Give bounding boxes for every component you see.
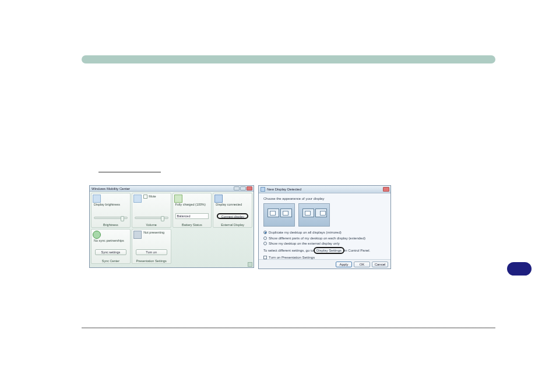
apply-button[interactable]: Apply: [336, 262, 352, 267]
sync-settings-button[interactable]: Sync settings: [95, 249, 126, 255]
preview-extended[interactable]: [298, 203, 330, 227]
tile-presentation-label: Not presenting: [143, 231, 164, 235]
display-settings-link[interactable]: Display Settings: [314, 247, 344, 254]
tile-battery: Fully charged (100%) Balanced Battery St…: [173, 193, 212, 228]
ndd-footer: Apply OK Cancel: [259, 259, 390, 269]
connect-display-button[interactable]: Connect display: [217, 213, 248, 219]
wmc-window-controls: [234, 186, 252, 190]
tile-brightness-foot: Brightness: [92, 223, 130, 227]
ndd-body: Choose the appearance of your display Du…: [259, 193, 390, 264]
power-plan-dropdown[interactable]: Balanced: [175, 213, 209, 219]
tile-sync-foot: Sync Center: [92, 259, 130, 263]
cancel-button[interactable]: Cancel: [372, 262, 388, 267]
close-button[interactable]: [383, 187, 389, 192]
mute-checkbox[interactable]: [143, 195, 147, 199]
tile-battery-foot: Battery Status: [173, 223, 212, 227]
wmc-tiles-grid: Display brightness Brightness Mute Volum…: [90, 192, 254, 262]
preview-mirrored[interactable]: [263, 203, 295, 227]
option-mirrored-label: Duplicate my desktop on all displays (mi…: [269, 230, 342, 235]
display-icon: [261, 187, 265, 192]
ndd-previews: [263, 203, 386, 227]
tile-sync-label: No sync partnerships: [94, 239, 124, 243]
option-mirrored[interactable]: Duplicate my desktop on all displays (mi…: [263, 230, 386, 235]
radio-icon: [263, 231, 267, 234]
linkline-post: in Control Panel.: [344, 248, 370, 253]
linkline-pre: To select different settings, go to: [263, 248, 314, 253]
option-extended-label: Show different parts of my desktop on ea…: [269, 236, 365, 241]
tile-volume-label: Mute: [143, 195, 156, 199]
tile-sync: No sync partnerships Sync settings Sync …: [91, 229, 131, 264]
mute-label: Mute: [149, 195, 156, 198]
sync-icon: [93, 231, 101, 239]
tile-presentation: Not presenting Turn on Presentation Sett…: [132, 229, 171, 264]
tile-display-foot: External Display: [213, 223, 252, 227]
tile-volume-foot: Volume: [132, 223, 171, 227]
maximize-button[interactable]: [240, 186, 246, 190]
laptop-icon: [133, 231, 142, 239]
ndd-instruction: Choose the appearance of your display: [263, 197, 386, 200]
battery-icon: [174, 195, 182, 203]
wmc-info-icon[interactable]: [248, 262, 252, 267]
tile-battery-label: Fully charged (100%): [175, 203, 206, 207]
underline-accent: [98, 172, 161, 172]
option-external-only-label: Show my desktop on the external display …: [269, 241, 340, 246]
section-divider-bar: [82, 55, 495, 63]
ok-button[interactable]: OK: [354, 262, 370, 267]
wmc-title: Windows Mobility Center: [92, 187, 130, 190]
windows-mobility-center-window: Windows Mobility Center Display brightne…: [89, 185, 254, 268]
footer-divider: [82, 327, 495, 329]
tile-volume: Mute Volume: [132, 193, 171, 228]
minimize-button[interactable]: [234, 186, 240, 190]
wmc-titlebar: Windows Mobility Center: [90, 186, 254, 192]
ndd-title: New Display Detected: [267, 188, 301, 191]
tile-display-label: Display connected: [216, 203, 242, 207]
brightness-slider[interactable]: [94, 217, 128, 219]
close-button[interactable]: [247, 186, 252, 190]
display-settings-link-line: To select different settings, go to Disp…: [263, 247, 386, 254]
ndd-titlebar: New Display Detected: [259, 186, 390, 193]
option-extended[interactable]: Show different parts of my desktop on ea…: [263, 236, 386, 241]
new-display-detected-dialog: New Display Detected Choose the appearan…: [258, 185, 391, 269]
radio-icon: [263, 242, 267, 245]
page-nav-pill[interactable]: [507, 262, 532, 276]
volume-icon: [133, 195, 142, 203]
volume-slider[interactable]: [135, 217, 168, 219]
tile-presentation-foot: Presentation Settings: [132, 259, 171, 263]
turn-on-button[interactable]: Turn on: [136, 249, 167, 255]
projector-icon: [214, 195, 223, 203]
tile-brightness: Display brightness Brightness: [91, 193, 131, 228]
radio-icon: [263, 236, 267, 240]
brightness-icon: [93, 195, 101, 203]
tile-external-display: Display connected Connect display Extern…: [213, 193, 252, 228]
option-external-only[interactable]: Show my desktop on the external display …: [263, 241, 386, 246]
tile-brightness-label: Display brightness: [94, 203, 120, 207]
